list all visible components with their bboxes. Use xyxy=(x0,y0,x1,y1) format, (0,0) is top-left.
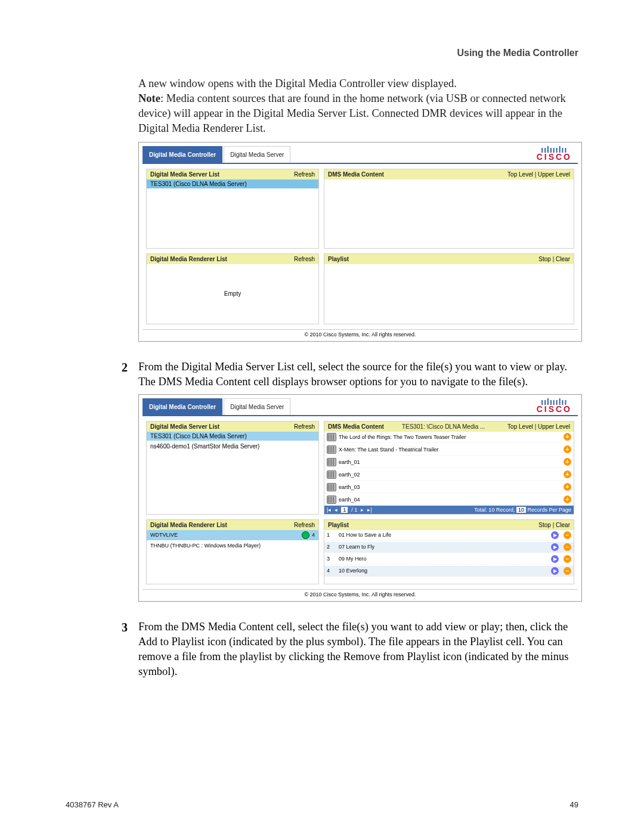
movie-icon xyxy=(327,458,336,466)
top-level-link[interactable]: Top Level xyxy=(507,423,533,430)
intro-line1: A new window opens with the Digital Medi… xyxy=(138,78,457,89)
top-level-link[interactable]: Top Level xyxy=(507,171,533,178)
file-row[interactable]: X-Men: The Last Stand - Theatrical Trail… xyxy=(324,444,574,456)
server-row-1[interactable]: ns4600-demo1 (SmartStor Media Server) xyxy=(147,442,318,451)
dmr-row[interactable]: WDTVLIVE4 xyxy=(147,530,318,540)
pager-rpp-label: Records Per Page xyxy=(527,507,571,513)
refresh-link[interactable]: Refresh xyxy=(294,171,315,178)
add-to-playlist-icon[interactable]: + xyxy=(564,458,571,466)
file-name: earth_02 xyxy=(339,472,561,478)
file-name: earth_04 xyxy=(339,497,561,503)
playlist-row[interactable]: 3 09 My Hero ▶ − xyxy=(324,554,574,565)
clear-link[interactable]: Clear xyxy=(556,256,570,262)
playlist-name: 01 How to Save a Life xyxy=(339,532,546,538)
note-label: Note xyxy=(138,92,160,104)
dmr-list-title: Digital Media Renderer List xyxy=(150,522,227,528)
remove-from-playlist-icon[interactable]: − xyxy=(564,567,571,575)
file-row[interactable]: earth_03 + xyxy=(324,482,574,493)
playlist-row[interactable]: 4 10 Everlong ▶ − xyxy=(324,566,574,577)
screenshot-1: Digital Media Controller Digital Media S… xyxy=(138,142,582,342)
playlist-name: 07 Learn to Fly xyxy=(339,544,546,550)
playlist-index: 2 xyxy=(327,544,334,550)
refresh-link[interactable]: Refresh xyxy=(294,423,315,430)
add-to-playlist-icon[interactable]: + xyxy=(564,470,571,478)
cisco-text: CISCO xyxy=(537,152,572,162)
cisco-logo: ıılııılıı CISCO xyxy=(537,400,578,414)
dms-server-list-cell: Digital Media Server List Refresh TES301… xyxy=(146,169,319,249)
stop-link[interactable]: Stop xyxy=(538,256,551,262)
cisco-logo: ıılııılıı CISCO xyxy=(537,147,578,162)
step-number-3: 3 xyxy=(66,620,128,679)
pager-page[interactable]: 1 xyxy=(341,507,348,513)
pager-total: Total: 10 Record, xyxy=(474,507,515,513)
play-icon[interactable]: ▶ xyxy=(551,531,559,539)
file-row[interactable]: earth_04 + xyxy=(324,494,574,506)
upper-level-link[interactable]: Upper Level xyxy=(538,423,570,430)
section-heading: Using the Media Controller xyxy=(66,48,578,58)
dmr-refresh-link[interactable]: Refresh xyxy=(294,522,315,528)
step-text-3: From the DMS Media Content cell, select … xyxy=(138,620,578,679)
dmr-empty: Empty xyxy=(147,264,318,324)
note-body: : Media content sources that are found i… xyxy=(138,92,566,134)
dmr-refresh-link[interactable]: Refresh xyxy=(294,256,315,262)
play-icon[interactable]: ▶ xyxy=(551,555,559,563)
playing-indicator-icon xyxy=(302,531,309,539)
file-name: earth_03 xyxy=(339,484,561,490)
play-icon[interactable]: ▶ xyxy=(551,567,559,575)
playlist-index: 1 xyxy=(327,532,334,538)
tab-bar: Digital Media Controller Digital Media S… xyxy=(143,398,578,415)
dmr-count: 4 xyxy=(312,532,315,538)
pager-perpage[interactable]: 10 xyxy=(516,507,526,513)
step-number-2: 2 xyxy=(66,360,128,389)
playlist-cell: Playlist Stop | Clear 1 01 How to Save a… xyxy=(324,519,574,584)
playlist-row[interactable]: 1 01 How to Save a Life ▶ − xyxy=(324,530,574,541)
file-row[interactable]: earth_02 + xyxy=(324,469,574,481)
pager-last-icon[interactable]: ▸| xyxy=(367,507,371,513)
dms-content-cell: DMS Media Content TES301: \Cisco DLNA Me… xyxy=(324,421,574,515)
file-row[interactable]: earth_01 + xyxy=(324,457,574,468)
dms-server-list-cell: Digital Media Server List Refresh TES301… xyxy=(146,421,319,515)
footer-rev: 4038767 Rev A xyxy=(66,800,119,809)
server-row-tes301[interactable]: TES301 (Cisco DLNA Media Server) xyxy=(147,179,318,188)
play-icon[interactable]: ▶ xyxy=(551,543,559,551)
movie-icon xyxy=(327,483,336,491)
upper-level-link[interactable]: Upper Level xyxy=(538,171,570,178)
cisco-text: CISCO xyxy=(537,404,572,414)
add-to-playlist-icon[interactable]: + xyxy=(564,496,571,503)
movie-icon xyxy=(327,445,336,454)
copyright-text: © 2010 Cisco Systems, Inc. All rights re… xyxy=(143,589,578,597)
dmr-row[interactable]: THNBU (THNBU-PC : Windows Media Player) xyxy=(147,541,318,550)
dms-list-title: Digital Media Server List xyxy=(150,423,219,430)
server-row-0[interactable]: TES301 (Cisco DLNA Media Server) xyxy=(147,432,318,441)
stop-link[interactable]: Stop xyxy=(538,522,551,528)
dms-content-title: DMS Media Content xyxy=(328,423,384,430)
remove-from-playlist-icon[interactable]: − xyxy=(564,531,571,539)
dmr-list-cell: Digital Media Renderer List Refresh WDTV… xyxy=(146,519,319,584)
step-text-2: From the Digital Media Server List cell,… xyxy=(138,360,578,389)
cisco-bars-icon: ıılııılıı xyxy=(537,400,572,404)
pager-prev-icon[interactable]: ◂ xyxy=(335,507,338,513)
dms-content-title: DMS Media Content xyxy=(328,171,384,178)
pager-next-icon[interactable]: ▸ xyxy=(361,507,364,513)
movie-icon xyxy=(327,470,336,479)
pager-first-icon[interactable]: |◂ xyxy=(327,507,331,513)
add-to-playlist-icon[interactable]: + xyxy=(564,483,571,491)
cisco-bars-icon: ıılııılıı xyxy=(537,147,572,152)
playlist-name: 09 My Hero xyxy=(339,556,546,562)
remove-from-playlist-icon[interactable]: − xyxy=(564,543,571,551)
clear-link[interactable]: Clear xyxy=(556,522,570,528)
intro-paragraph: A new window opens with the Digital Medi… xyxy=(138,76,578,136)
file-row[interactable]: The Lord of the Rings: The Two Towers Te… xyxy=(324,432,574,443)
tab-dms[interactable]: Digital Media Server xyxy=(224,398,290,415)
tab-dmc[interactable]: Digital Media Controller xyxy=(143,398,222,415)
tab-dmc[interactable]: Digital Media Controller xyxy=(143,146,222,163)
dms-content-cell: DMS Media Content Top Level | Upper Leve… xyxy=(324,169,574,249)
add-to-playlist-icon[interactable]: + xyxy=(564,445,571,453)
add-to-playlist-icon[interactable]: + xyxy=(564,433,571,441)
playlist-name: 10 Everlong xyxy=(339,568,546,574)
dmr-list-cell: Digital Media Renderer List Refresh Empt… xyxy=(146,253,319,324)
playlist-row[interactable]: 2 07 Learn to Fly ▶ − xyxy=(324,542,574,553)
dms-path: TES301: \Cisco DLNA Media ... xyxy=(402,423,485,430)
remove-from-playlist-icon[interactable]: − xyxy=(564,555,571,563)
tab-dms[interactable]: Digital Media Server xyxy=(224,146,290,163)
